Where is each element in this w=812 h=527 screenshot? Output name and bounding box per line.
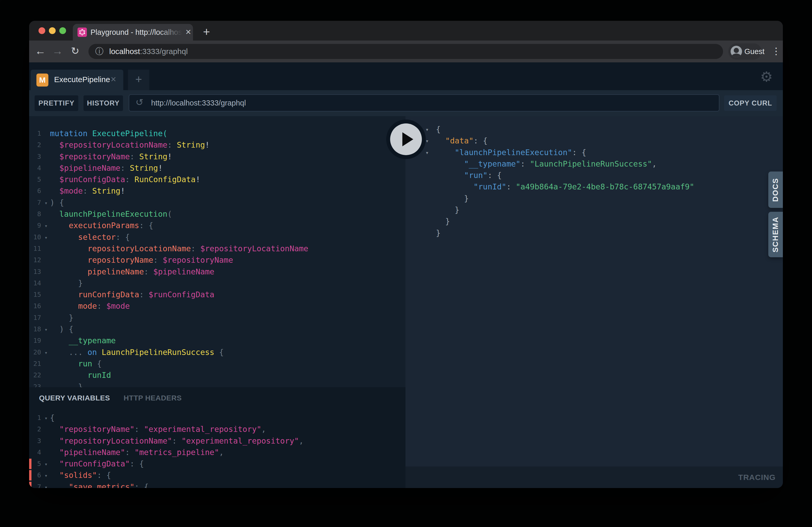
forward-icon[interactable]: → [49, 41, 66, 62]
code-token: "experimental_repository" [144, 425, 261, 434]
fold-arrow-icon[interactable]: ▾ [43, 232, 49, 243]
code-line: 11 repositoryLocationName: $repositoryLo… [29, 243, 405, 254]
code-line: 19 __typename [29, 335, 405, 346]
address-bar[interactable]: ⓘ localhost:3333/graphql [88, 44, 723, 59]
response-line: ▾ "launchPipelineExecution": { [405, 147, 783, 158]
replay-icon[interactable]: ↺ [135, 95, 143, 111]
code-token: "repositoryLocationName" [50, 436, 172, 446]
code-token: "a49b864a-79e2-4be8-b78c-687457a9aaf9" [516, 182, 694, 191]
code-token: $pipelineName [50, 164, 120, 172]
playground-toolbar: PRETTIFY HISTORY ↺ http://localhost:3333… [29, 90, 783, 116]
fold-arrow-icon[interactable]: ▾ [43, 458, 49, 470]
url-path: :3333/graphql [140, 47, 188, 56]
code-token: executionParams [50, 221, 139, 230]
avatar-icon [730, 46, 742, 57]
code-token: $repositoryLocationName [200, 244, 308, 253]
history-button[interactable]: HISTORY [84, 95, 123, 111]
line-number: 11 [29, 243, 41, 254]
code-token: { [219, 348, 224, 357]
profile-button[interactable]: Guest [728, 43, 762, 60]
back-icon[interactable]: ← [32, 41, 48, 62]
code-token: : [120, 164, 130, 172]
new-session-button[interactable]: + [128, 70, 149, 90]
variables-panel-header: QUERY VARIABLES HTTP HEADERS [39, 394, 182, 402]
code-token: : { [488, 171, 502, 180]
fold-arrow-icon[interactable]: ▾ [43, 324, 49, 335]
line-number: 2 [29, 424, 41, 435]
code-token: "experimental_repository" [182, 436, 299, 446]
tab-query-variables[interactable]: QUERY VARIABLES [39, 394, 110, 402]
tab-http-headers[interactable]: HTTP HEADERS [124, 394, 182, 402]
response-lines: ▾{▾ "data": {▾ "launchPipelineExecution"… [405, 116, 783, 239]
fold-arrow-icon[interactable]: ▾ [43, 482, 49, 488]
query-editor-lines: 1mutation ExecutePipeline(2 $repositoryL… [29, 116, 405, 387]
tracing-bar[interactable]: TRACING [405, 466, 783, 488]
line-number: 5 [29, 458, 41, 470]
prettify-button[interactable]: PRETTIFY [34, 95, 78, 111]
code-token: $mode [106, 301, 130, 311]
docs-side-tab[interactable]: DOCS [768, 171, 783, 208]
fold-arrow-icon[interactable]: ▾ [43, 220, 49, 231]
code-token: ! [205, 140, 209, 149]
browser-toolbar: ← → ↻ ⓘ localhost:3333/graphql Guest ⋮ [29, 41, 783, 62]
code-token: $repositoryLocationName [50, 140, 168, 149]
minimize-window-button[interactable] [49, 27, 56, 34]
variables-editor-lines[interactable]: 1▾{2 "repositoryName": "experimental_rep… [29, 412, 405, 488]
browser-tabstrip: Playground - http://localhost:3 ✕ + [29, 21, 783, 41]
fold-arrow-icon[interactable]: ▾ [43, 347, 49, 358]
code-token: "save_metrics" [50, 482, 134, 488]
code-token: : [125, 175, 134, 184]
response-line: "run": { [405, 170, 783, 181]
close-window-button[interactable] [39, 27, 45, 34]
endpoint-url: http://localhost:3333/graphql [151, 95, 246, 111]
new-tab-button[interactable]: + [198, 24, 215, 41]
code-token: runConfigData [50, 290, 139, 299]
tab-close-icon[interactable]: ✕ [184, 24, 193, 41]
code-token: "launchPipelineExecution" [436, 148, 572, 157]
session-tab-title: ExecutePipeline [54, 70, 110, 90]
site-info-icon[interactable]: ⓘ [95, 44, 103, 59]
code-token: "pipelineName" [50, 448, 125, 457]
code-line: 23 } [29, 381, 405, 387]
browser-menu-icon[interactable]: ⋮ [769, 41, 783, 62]
reload-icon[interactable]: ↻ [67, 41, 83, 62]
code-token: : [172, 436, 182, 446]
code-token: } [436, 205, 459, 214]
endpoint-input[interactable]: ↺ http://localhost:3333/graphql [129, 94, 720, 111]
tracing-label: TRACING [738, 473, 775, 482]
line-number: 1 [29, 412, 41, 424]
code-token: : [134, 425, 144, 434]
code-token: mode [50, 301, 97, 311]
fold-arrow-icon[interactable]: ▾ [424, 147, 431, 159]
playground: M ExecutePipeline ✕ + ⚙ PRETTIFY HISTORY… [29, 62, 783, 488]
settings-gear-icon[interactable]: ⚙ [757, 67, 775, 86]
zoom-window-button[interactable] [59, 27, 66, 34]
code-token: , [261, 425, 266, 434]
schema-label: SCHEMA [771, 217, 780, 253]
copy-curl-button[interactable]: COPY CURL [724, 95, 777, 111]
code-line: 13 pipelineName: $pipelineName [29, 266, 405, 277]
response-line: } [405, 193, 783, 204]
query-editor[interactable]: 1mutation ExecutePipeline(2 $repositoryL… [29, 116, 405, 387]
session-tab-executepipeline[interactable]: M ExecutePipeline ✕ [31, 70, 123, 90]
line-number: 3 [29, 151, 41, 162]
line-number: 13 [29, 266, 41, 277]
code-token: mutation [50, 129, 92, 138]
line-number: 17 [29, 312, 41, 323]
fold-arrow-icon[interactable]: ▾ [43, 470, 49, 481]
schema-side-tab[interactable]: SCHEMA [768, 212, 783, 257]
fold-arrow-icon[interactable]: ▾ [43, 412, 49, 424]
code-token: run [50, 359, 97, 368]
session-close-icon[interactable]: ✕ [108, 70, 119, 90]
line-number: 22 [29, 370, 41, 381]
execute-play-button[interactable] [386, 120, 426, 159]
code-token: } [50, 382, 83, 387]
code-token: ! [195, 175, 200, 184]
code-line: 10▾ selector: { [29, 231, 405, 243]
fold-arrow-icon[interactable]: ▾ [43, 197, 49, 209]
line-number: 7 [29, 197, 41, 208]
browser-tab[interactable]: Playground - http://localhost:3 ✕ [73, 24, 193, 41]
line-number: 2 [29, 139, 41, 151]
code-token: selector [50, 232, 116, 242]
code-line: 1▾{ [29, 412, 405, 424]
